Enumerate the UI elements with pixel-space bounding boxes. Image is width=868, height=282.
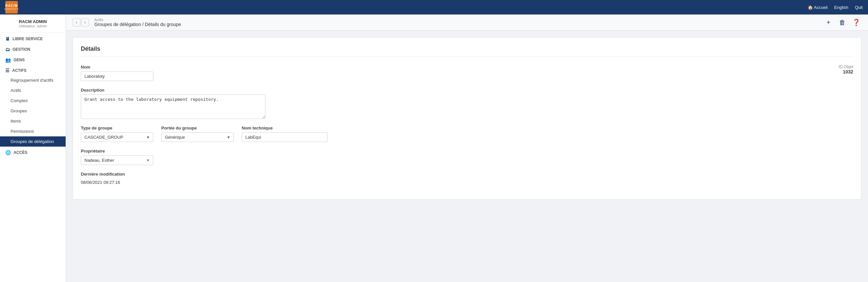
- sidebar-label-acces: ACCÈS: [13, 150, 27, 155]
- description-label: Description: [81, 87, 266, 93]
- logo: RAC/M IDENTITY: [5, 1, 18, 13]
- layout: RACM ADMIN Utilisateur: admin 🖥 LIBRE SE…: [0, 14, 868, 282]
- sidebar-item-regroupement[interactable]: Regroupement d'actifs: [0, 75, 66, 85]
- form-container: Détails Nom ID Objet 1032 Description: [72, 37, 861, 200]
- proprietaire-value: Nadeau, Esther: [85, 158, 114, 163]
- logo-line2: IDENTITY: [4, 8, 19, 10]
- id-objet-value: 1032: [839, 69, 853, 74]
- sidebar-user-name: RACM ADMIN: [5, 19, 60, 24]
- main-content: ‹ › Actifs Groupes de délégation / Détai…: [66, 14, 868, 282]
- description-textarea[interactable]: [81, 95, 266, 119]
- type-groupe-wrapper: CASCADE_GROUP STANDARD_GROUP DYNAMIC_GRO…: [81, 133, 153, 142]
- id-objet-label: ID Objet: [839, 65, 853, 69]
- form-row-modification: Dernière modification 08/06/2021 09:27:1…: [81, 172, 853, 185]
- help-button[interactable]: ❓: [851, 17, 861, 28]
- breadcrumb-current: Groupes de délégation / Détails du group…: [94, 22, 181, 27]
- top-nav: RAC/M IDENTITY 🏠 Accueil English Quit: [0, 0, 868, 14]
- sidebar-item-groupes[interactable]: Groupes: [0, 106, 66, 116]
- acces-icon: 🌐: [5, 150, 11, 155]
- gestion-icon: 🗂: [5, 47, 10, 52]
- actifs-icon: ☰: [5, 68, 9, 73]
- form-row-nom: Nom ID Objet 1032: [81, 65, 853, 81]
- nom-technique-label: Nom technique: [242, 126, 328, 131]
- breadcrumb-nav-buttons: ‹ ›: [72, 19, 89, 26]
- sidebar-item-actifs[interactable]: ☰ ACTIFS: [0, 65, 66, 75]
- add-button[interactable]: +: [823, 17, 834, 28]
- sidebar-item-libre-service[interactable]: 🖥 LIBRE SERVICE: [0, 33, 66, 43]
- gens-icon: 👥: [5, 57, 11, 63]
- form-group-type: Type de groupe CASCADE_GROUP STANDARD_GR…: [81, 126, 153, 142]
- nom-label: Nom: [81, 65, 153, 70]
- type-groupe-label: Type de groupe: [81, 126, 153, 131]
- sidebar-item-actifs-sub[interactable]: Actifs: [0, 85, 66, 96]
- sidebar-item-groupes-delegation[interactable]: Groupes de délégation: [0, 136, 66, 147]
- type-groupe-select[interactable]: CASCADE_GROUP STANDARD_GROUP DYNAMIC_GRO…: [81, 133, 153, 142]
- sidebar-label-actifs: ACTIFS: [12, 68, 26, 73]
- form-group-modification: Dernière modification 08/06/2021 09:27:1…: [81, 172, 125, 185]
- id-objet-block: ID Objet 1032: [839, 65, 853, 74]
- sidebar: RACM ADMIN Utilisateur: admin 🖥 LIBRE SE…: [0, 14, 66, 282]
- breadcrumb-bar: ‹ › Actifs Groupes de délégation / Détai…: [66, 14, 868, 31]
- sidebar-label-gens: GENS: [13, 58, 25, 62]
- sidebar-label-gestion: GESTION: [12, 47, 30, 52]
- portee-groupe-wrapper: Générique Locale Universelle ▼: [161, 133, 234, 142]
- sidebar-item-acces[interactable]: 🌐 ACCÈS: [0, 147, 66, 157]
- breadcrumb-actions: + 🗑 ❓: [823, 17, 861, 28]
- portee-groupe-label: Portée du groupe: [161, 126, 234, 131]
- form-title: Détails: [81, 45, 853, 57]
- nav-back-button[interactable]: ‹: [72, 19, 81, 26]
- form-row-proprietaire: Propriétaire Nadeau, Esther ▼: [81, 149, 853, 165]
- sidebar-item-gestion[interactable]: 🗂 GESTION: [0, 43, 66, 54]
- proprietaire-label: Propriétaire: [81, 149, 153, 153]
- nom-technique-input[interactable]: [242, 133, 328, 142]
- logo-line1: RAC/M: [5, 4, 18, 8]
- proprietaire-select-button[interactable]: Nadeau, Esther ▼: [81, 155, 153, 165]
- language-link[interactable]: English: [834, 5, 848, 10]
- form-group-description: Description: [81, 87, 266, 119]
- top-nav-right: 🏠 Accueil English Quit: [808, 5, 863, 10]
- sidebar-user: RACM ADMIN Utilisateur: admin: [0, 14, 66, 33]
- caret-icon: ▼: [147, 158, 150, 162]
- sidebar-item-permissions[interactable]: Permissions: [0, 126, 66, 136]
- breadcrumb-parent: Actifs: [94, 18, 181, 22]
- top-nav-left: RAC/M IDENTITY: [5, 1, 18, 13]
- sidebar-item-gens[interactable]: 👥 GENS: [0, 54, 66, 65]
- nom-input[interactable]: [81, 71, 153, 81]
- sidebar-item-items[interactable]: Items: [0, 116, 66, 126]
- form-row-description: Description: [81, 87, 853, 119]
- form-row-type: Type de groupe CASCADE_GROUP STANDARD_GR…: [81, 126, 853, 142]
- sidebar-label-libre-service: LIBRE SERVICE: [12, 37, 43, 41]
- breadcrumb: Actifs Groupes de délégation / Détails d…: [94, 18, 181, 27]
- derniere-modification-value: 08/06/2021 09:27:16: [81, 180, 125, 185]
- nav-forward-button[interactable]: ›: [81, 19, 89, 26]
- portee-groupe-select[interactable]: Générique Locale Universelle: [161, 133, 234, 142]
- derniere-modification-label: Dernière modification: [81, 172, 125, 177]
- monitor-icon: 🖥: [5, 36, 10, 41]
- quit-link[interactable]: Quit: [855, 5, 863, 10]
- form-group-portee: Portée du groupe Générique Locale Univer…: [161, 126, 234, 142]
- sidebar-item-comptes[interactable]: Comptes: [0, 96, 66, 106]
- form-group-proprietaire: Propriétaire Nadeau, Esther ▼: [81, 149, 153, 165]
- accueil-link[interactable]: 🏠 Accueil: [808, 5, 828, 10]
- delete-button[interactable]: 🗑: [837, 17, 847, 28]
- sidebar-user-role: Utilisateur: admin: [5, 24, 60, 28]
- form-group-nom-technique: Nom technique: [242, 126, 328, 142]
- form-group-nom: Nom: [81, 65, 153, 81]
